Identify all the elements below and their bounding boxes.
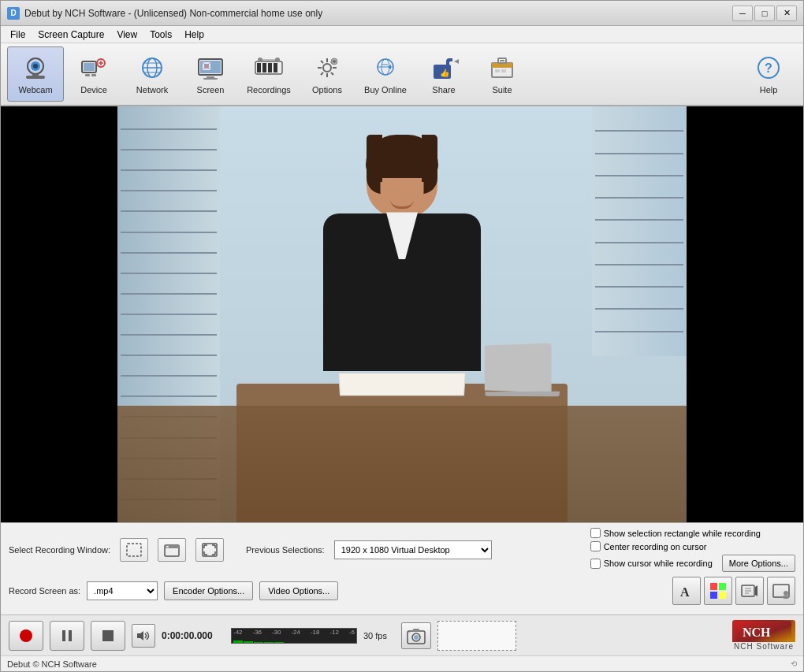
- region-select-button[interactable]: [120, 538, 148, 562]
- select-recording-window-label: Select Recording Window:: [9, 545, 110, 555]
- controls-row2: Record Screen as: .mp4 Encoder Options..…: [9, 577, 795, 605]
- menu-view[interactable]: View: [110, 28, 143, 42]
- webcam-label: Webcam: [18, 85, 52, 95]
- show-selection-rect-label: Show selection rectangle while recording: [604, 529, 761, 538]
- pause-button[interactable]: [50, 621, 84, 651]
- share-icon: 👍: [428, 54, 460, 82]
- svg-rect-62: [166, 546, 169, 548]
- svg-rect-76: [719, 592, 726, 599]
- meter-bars: [233, 636, 355, 643]
- center-on-cursor-checkbox[interactable]: [590, 541, 601, 551]
- buy-online-icon: [370, 54, 401, 82]
- svg-rect-27: [268, 63, 272, 72]
- encoder-options-button[interactable]: Encoder Options...: [164, 581, 253, 600]
- svg-rect-59: [127, 544, 141, 556]
- main-window: D Debut by NCH Software - (Unlicensed) N…: [0, 0, 804, 672]
- svg-rect-93: [413, 629, 419, 632]
- menu-file[interactable]: File: [4, 28, 32, 42]
- fullscreen-select-button[interactable]: [195, 538, 224, 562]
- recording-options-group: Show selection rectangle while recording…: [590, 528, 795, 572]
- options-label: Options: [312, 85, 342, 95]
- svg-marker-78: [755, 585, 757, 596]
- toolbar-help[interactable]: ? Help: [740, 46, 797, 102]
- resize-grip: ⟲: [791, 659, 797, 668]
- video-options-button[interactable]: Video Options...: [259, 581, 338, 600]
- video-content: [1, 106, 803, 522]
- svg-point-32: [323, 64, 331, 72]
- show-cursor-checkbox[interactable]: [590, 559, 601, 569]
- svg-point-92: [414, 635, 419, 640]
- menu-tools[interactable]: Tools: [143, 28, 178, 42]
- svg-point-83: [784, 591, 788, 596]
- svg-rect-84: [783, 596, 789, 599]
- toolbar-recordings[interactable]: Recordings: [240, 46, 297, 102]
- format-select[interactable]: .mp4: [87, 581, 158, 600]
- previous-selections-dropdown[interactable]: 1920 x 1080 Virtual Desktop: [334, 540, 492, 559]
- close-button[interactable]: ✕: [776, 6, 797, 21]
- nch-logo: NCH NCH Software: [732, 620, 795, 651]
- menu-help[interactable]: Help: [178, 28, 210, 42]
- svg-rect-54: [500, 60, 504, 61]
- minimize-button[interactable]: ─: [732, 6, 753, 21]
- menu-screen-capture[interactable]: Screen Capture: [32, 28, 110, 42]
- network-label: Network: [136, 85, 168, 95]
- window-select-button[interactable]: [158, 538, 186, 562]
- status-text: Debut © NCH Software: [7, 659, 97, 669]
- svg-rect-94: [408, 632, 411, 633]
- nch-logo-icon: NCH: [732, 620, 795, 642]
- svg-marker-89: [137, 631, 143, 640]
- svg-rect-28: [274, 63, 277, 72]
- window-title: Debut by NCH Software - (Unlicensed) Non…: [24, 8, 732, 19]
- svg-text:A: A: [680, 585, 690, 599]
- volume-button[interactable]: [132, 624, 155, 648]
- toolbar-screen[interactable]: Screen: [182, 46, 239, 102]
- stop-button[interactable]: [91, 621, 125, 651]
- record-button[interactable]: [9, 621, 43, 651]
- toolbar-buy-online[interactable]: Buy Online: [357, 46, 414, 102]
- show-selection-rect-row: Show selection rectangle while recording: [590, 528, 795, 538]
- more-options-button[interactable]: More Options...: [722, 555, 795, 572]
- svg-rect-26: [262, 63, 266, 72]
- menu-bar: File Screen Capture View Tools Help: [1, 26, 803, 43]
- options-icon: [311, 54, 343, 82]
- record-screen-as-label: Record Screen as:: [9, 586, 80, 596]
- recordings-label: Recordings: [247, 85, 291, 95]
- webcam-icon: [20, 54, 51, 82]
- color-effects-button[interactable]: [704, 577, 732, 605]
- suite-label: Suite: [492, 85, 512, 95]
- show-selection-rect-checkbox[interactable]: [590, 528, 601, 538]
- toolbar-device[interactable]: Device: [65, 46, 122, 102]
- toolbar-share[interactable]: 👍 Share: [415, 46, 472, 102]
- svg-rect-25: [257, 63, 261, 72]
- toolbar-options[interactable]: Options: [299, 46, 355, 102]
- desk-surface: [117, 406, 687, 522]
- toolbar-webcam[interactable]: Webcam: [7, 46, 64, 102]
- maximize-button[interactable]: □: [754, 6, 775, 21]
- screenshot-button[interactable]: [401, 622, 431, 649]
- video-right-bar: [687, 106, 803, 522]
- picture-in-picture-button[interactable]: [767, 577, 795, 605]
- svg-rect-19: [207, 76, 214, 78]
- toolbar-suite[interactable]: Suite: [474, 46, 530, 102]
- status-bar: Debut © NCH Software ⟲: [1, 655, 803, 671]
- video-effects-button[interactable]: [735, 577, 764, 605]
- toolbar-network[interactable]: Network: [124, 46, 181, 102]
- device-label: Device: [80, 85, 107, 95]
- previous-selections-label: Previous Selections:: [246, 545, 325, 555]
- level-meter: -42-36-30-24-18-12-6: [231, 628, 357, 644]
- svg-rect-10: [85, 74, 90, 76]
- text-overlay-button[interactable]: A: [672, 577, 701, 605]
- screen-label: Screen: [197, 85, 225, 95]
- svg-rect-88: [102, 630, 114, 641]
- window-controls: ─ □ ✕: [732, 6, 797, 21]
- svg-point-2: [33, 64, 38, 69]
- svg-rect-55: [495, 69, 500, 72]
- show-cursor-row: Show cursor while recording More Options…: [590, 555, 795, 572]
- svg-rect-87: [69, 630, 72, 641]
- svg-point-85: [20, 629, 32, 642]
- controls-area: Select Recording Window:: [1, 522, 803, 614]
- svg-rect-56: [501, 69, 506, 72]
- preview-thumbnail: [437, 621, 516, 651]
- help-label: Help: [760, 85, 778, 95]
- suite-icon: [486, 54, 518, 82]
